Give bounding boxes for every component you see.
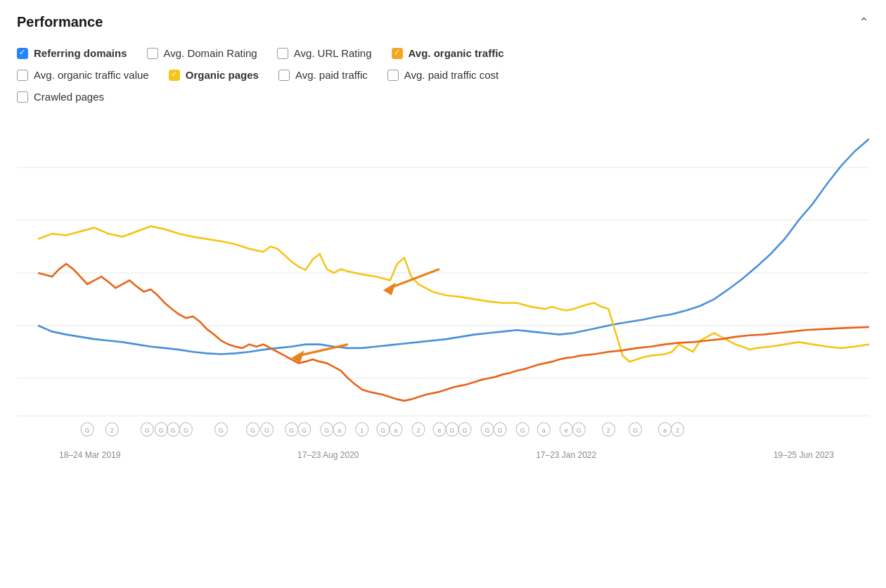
panel-title: Performance <box>17 14 103 30</box>
collapse-button[interactable]: ⌃ <box>859 15 869 30</box>
svg-text:a: a <box>394 426 398 433</box>
svg-text:G: G <box>463 426 468 433</box>
x-axis-label-3: 17–23 Jan 2022 <box>536 450 596 460</box>
yellow-line <box>38 226 869 362</box>
svg-text:G: G <box>498 426 503 433</box>
svg-text:2: 2 <box>676 426 679 433</box>
svg-text:G: G <box>219 426 224 433</box>
checkbox-avg-domain-rating[interactable]: Avg. Domain Rating <box>147 47 257 59</box>
svg-text:G: G <box>184 426 188 433</box>
svg-text:G: G <box>520 426 525 433</box>
checkbox-label-avg-organic-traffic-value: Avg. organic traffic value <box>34 69 149 81</box>
svg-text:2: 2 <box>416 426 420 433</box>
svg-text:G: G <box>159 426 164 433</box>
svg-text:G: G <box>250 426 255 433</box>
blue-line <box>38 139 869 354</box>
svg-text:G: G <box>380 426 385 433</box>
checkbox-avg-paid-traffic-cost[interactable]: Avg. paid traffic cost <box>387 69 499 81</box>
orange-line <box>38 264 869 401</box>
svg-text:a: a <box>338 426 342 433</box>
checkbox-avg-organic-traffic[interactable]: Avg. organic traffic <box>392 47 504 59</box>
svg-text:e: e <box>565 426 568 433</box>
x-axis-label-1: 18–24 Mar 2019 <box>59 450 120 460</box>
checkbox-label-referring-domains: Referring domains <box>34 47 127 59</box>
svg-text:G: G <box>264 426 269 433</box>
checkbox-organic-pages[interactable]: Organic pages <box>169 69 259 81</box>
svg-text:G: G <box>450 426 455 433</box>
svg-line-6 <box>390 269 439 288</box>
svg-text:1: 1 <box>360 426 364 433</box>
checkbox-label-avg-paid-traffic-cost: Avg. paid traffic cost <box>404 69 499 81</box>
arrow-2 <box>292 345 348 364</box>
checkbox-label-avg-url-rating: Avg. URL Rating <box>294 47 372 59</box>
checkbox-row-3: Crawled pages <box>17 91 869 103</box>
checkbox-row-2: Avg. organic traffic value Organic pages… <box>17 69 869 81</box>
chart-svg: G 2 G G G G G G G G G <box>17 122 869 446</box>
x-axis-labels: 18–24 Mar 2019 17–23 Aug 2020 17–23 Jan … <box>17 446 869 460</box>
svg-text:e: e <box>437 426 441 433</box>
svg-line-8 <box>299 345 348 356</box>
filter-checkboxes: Referring domains Avg. Domain Rating Avg… <box>17 47 869 103</box>
svg-text:G: G <box>302 426 307 433</box>
checkbox-crawled-pages[interactable]: Crawled pages <box>17 91 104 103</box>
svg-text:2: 2 <box>607 426 610 433</box>
svg-text:G: G <box>171 426 176 433</box>
checkbox-label-avg-domain-rating: Avg. Domain Rating <box>164 47 257 59</box>
panel-header: Performance ⌃ <box>17 14 869 30</box>
checkbox-avg-paid-traffic[interactable]: Avg. paid traffic <box>278 69 368 81</box>
svg-text:G: G <box>85 426 90 433</box>
performance-chart: G 2 G G G G G G G G G <box>17 122 869 446</box>
checkbox-avg-url-rating[interactable]: Avg. URL Rating <box>277 47 372 59</box>
svg-text:G: G <box>289 426 294 433</box>
performance-panel: Performance ⌃ Referring domains Avg. Dom… <box>0 0 886 474</box>
checkbox-label-crawled-pages: Crawled pages <box>34 91 104 103</box>
svg-text:G: G <box>633 426 638 433</box>
svg-marker-7 <box>383 283 396 295</box>
svg-text:G: G <box>145 426 150 433</box>
checkbox-row-1: Referring domains Avg. Domain Rating Avg… <box>17 47 869 59</box>
svg-text:2: 2 <box>110 426 114 433</box>
checkbox-label-avg-organic-traffic: Avg. organic traffic <box>409 47 504 59</box>
x-axis-label-4: 19–25 Jun 2023 <box>773 450 834 460</box>
svg-text:G: G <box>485 426 490 433</box>
checkbox-label-avg-paid-traffic: Avg. paid traffic <box>295 69 368 81</box>
google-events: G 2 G G G G G G G G G <box>81 423 683 436</box>
svg-text:a: a <box>663 426 667 433</box>
checkbox-avg-organic-traffic-value[interactable]: Avg. organic traffic value <box>17 69 149 81</box>
checkbox-label-organic-pages: Organic pages <box>186 69 259 81</box>
svg-text:G: G <box>324 426 329 433</box>
checkbox-referring-domains[interactable]: Referring domains <box>17 47 127 59</box>
x-axis-label-2: 17–23 Aug 2020 <box>297 450 359 460</box>
svg-text:G: G <box>577 426 582 433</box>
svg-text:a: a <box>542 426 546 433</box>
